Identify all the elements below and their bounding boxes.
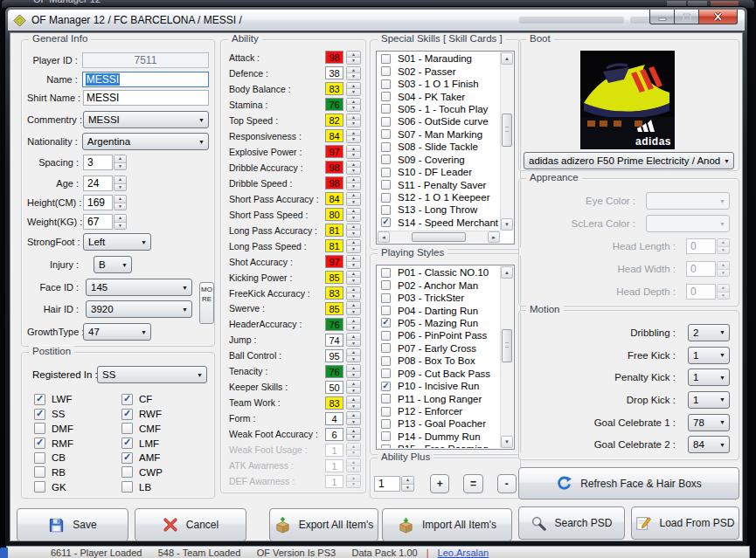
scrollbar-track[interactable] [390,231,488,243]
close-button[interactable] [699,10,738,24]
position-checkbox-row[interactable]: LWF [34,392,121,407]
style-item[interactable]: P13 - Goal Poacher [378,417,500,430]
scroll-left-icon[interactable] [378,231,390,243]
ability-value[interactable]: 81 [325,239,343,252]
import-all-items-button[interactable]: Import All Item's [382,508,512,541]
checkbox[interactable] [34,437,45,449]
checkbox[interactable] [381,66,391,76]
search-psd-button[interactable]: Search PSD [518,506,625,540]
position-checkbox-row[interactable]: LMF [121,436,209,451]
skill-item[interactable]: S12 - 1 O 1 Keepeer [378,191,500,203]
ability-stepper[interactable] [346,51,361,65]
minimize-button[interactable] [649,10,675,24]
spacing-stepper[interactable]: 3 [83,155,127,170]
ability-stepper[interactable] [346,192,361,206]
motion-select[interactable]: 84 [688,436,730,453]
checkbox[interactable] [34,481,45,493]
checkbox[interactable] [121,481,133,493]
ability-stepper[interactable] [346,208,361,222]
maximize-button[interactable] [675,10,699,24]
checkbox[interactable] [381,369,391,378]
ability-stepper[interactable] [346,301,361,315]
scroll-up-icon[interactable] [501,266,513,279]
ability-stepper[interactable] [346,427,361,441]
checkbox[interactable] [381,155,391,164]
spinner-arrows[interactable] [114,155,127,170]
more-button[interactable]: MORE [199,282,214,324]
dialog-titlebar[interactable]: OF Manager 12 / FC BARCELONA / MESSI / [8,10,745,31]
position-checkbox-row[interactable]: RWF [121,407,209,422]
ability-value[interactable]: 98 [325,161,343,174]
ability-stepper[interactable] [346,271,361,285]
name-input[interactable]: MESSI [82,72,209,87]
position-checkbox-row[interactable]: RB [34,465,121,480]
ability-value[interactable]: 83 [325,82,343,95]
ability-stepper[interactable] [346,333,361,347]
skill-item[interactable]: S04 - PK Taker [378,90,500,102]
scroll-up-icon[interactable] [501,52,513,65]
motion-select[interactable]: 1 [688,369,730,386]
checkbox[interactable] [381,217,391,227]
style-item[interactable]: P14 - Dummy Run [378,431,500,443]
style-item[interactable]: P05 - Mazing Run [378,317,500,329]
plus-button[interactable]: + [430,474,449,493]
ability-stepper[interactable] [346,98,361,112]
ability-stepper[interactable] [346,396,361,410]
boot-select[interactable]: adidas adizero F50 Prime Electricity / A… [524,152,734,169]
ability-stepper[interactable] [346,364,361,378]
ability-value[interactable]: 97 [325,145,343,158]
position-checkbox-row[interactable]: GK [34,479,121,494]
equals-button[interactable]: = [463,474,482,493]
checkbox[interactable] [121,409,133,420]
scrollbar-thumb[interactable] [412,232,467,242]
ability-value[interactable]: 1 [325,475,343,488]
ability-value[interactable]: 76 [325,365,343,378]
ability-stepper[interactable] [346,348,361,362]
injury-select[interactable]: B [94,256,132,273]
position-checkbox-row[interactable]: RMF [34,436,121,451]
ability-stepper[interactable] [346,239,361,253]
commentry-select[interactable]: MESSI [83,111,209,128]
minus-button[interactable]: - [497,474,517,493]
ability-value[interactable]: 82 [325,114,343,127]
ability-stepper[interactable] [346,458,361,472]
vertical-scrollbar[interactable] [500,266,513,448]
nationality-select[interactable]: Argentina [82,133,209,150]
position-checkbox-row[interactable]: CB [34,451,121,465]
growth-type-select[interactable]: 47 [83,323,151,341]
ability-value[interactable]: 6 [325,428,343,441]
motion-select[interactable]: 2 [688,324,730,341]
checkbox[interactable] [121,423,133,434]
ability-value[interactable]: 85 [325,271,343,284]
checkbox[interactable] [381,382,391,391]
refresh-face-hair-button[interactable]: Refresh Face & Hair Boxs [518,467,739,499]
ability-value[interactable]: 95 [325,349,343,362]
position-checkbox-row[interactable]: CWP [121,465,209,480]
ability-value[interactable]: 98 [325,176,343,189]
checkbox[interactable] [381,142,391,152]
ability-value[interactable]: 81 [325,224,343,237]
ability-value[interactable]: 84 [325,192,343,205]
checkbox[interactable] [381,104,391,114]
checkbox[interactable] [381,318,391,327]
checkbox[interactable] [381,54,391,64]
skill-item[interactable]: S07 - Man Marking [378,128,500,141]
save-button[interactable]: Save [17,508,128,541]
ability-stepper[interactable] [346,145,361,159]
vertical-scrollbar[interactable] [500,52,513,231]
scrollbar-track[interactable] [501,65,513,218]
skill-item[interactable]: S14 - Speed Merchant [378,217,500,229]
checkbox[interactable] [381,180,391,189]
scrollbar-thumb[interactable] [502,114,512,147]
ability-stepper[interactable] [346,255,361,269]
style-item[interactable]: P01 - Classic NO.10 [378,266,500,279]
spinner-arrows[interactable] [114,195,127,210]
checkbox[interactable] [381,92,391,101]
checkbox[interactable] [381,117,391,127]
checkbox[interactable] [381,394,391,403]
horizontal-scrollbar[interactable] [378,231,500,243]
checkbox[interactable] [121,452,133,464]
checkbox[interactable] [381,293,391,303]
skill-item[interactable]: S08 - Slide Tackle [378,141,500,153]
checkbox[interactable] [381,419,391,429]
